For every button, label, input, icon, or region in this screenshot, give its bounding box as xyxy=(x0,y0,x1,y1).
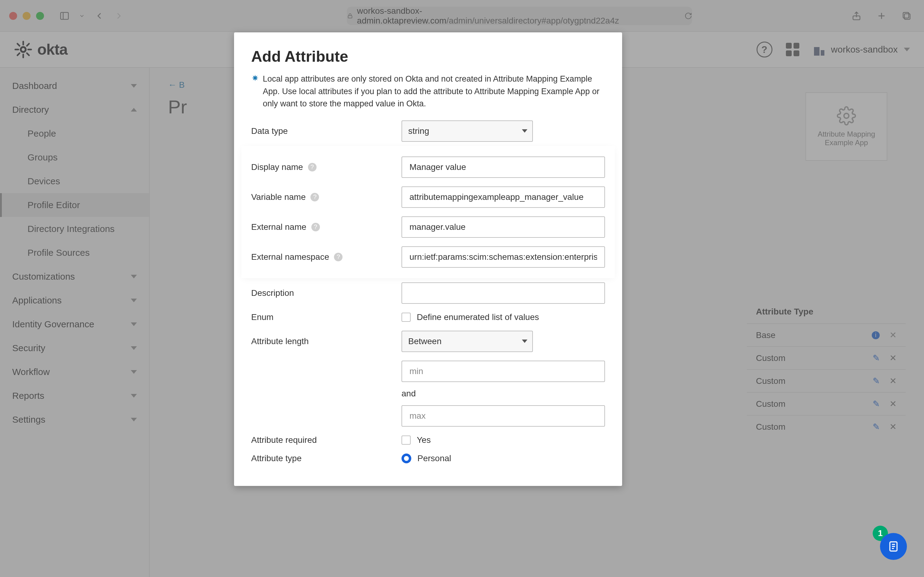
row-external-namespace: External namespace? xyxy=(243,242,613,272)
label-enum: Enum xyxy=(251,312,401,322)
label-attribute-required: Attribute required xyxy=(251,435,401,445)
row-max xyxy=(251,401,605,431)
input-variable-name[interactable] xyxy=(401,187,605,208)
row-min xyxy=(251,356,605,386)
label-and: and xyxy=(401,389,416,398)
row-display-name: Display name? xyxy=(243,152,613,182)
radio-personal[interactable] xyxy=(401,453,411,463)
input-display-name[interactable] xyxy=(401,156,605,178)
input-min[interactable] xyxy=(401,361,605,382)
help-icon[interactable]: ? xyxy=(334,253,343,261)
label-external-namespace: External namespace? xyxy=(251,252,401,262)
row-attribute-type: Attribute type Personal xyxy=(251,449,605,467)
label-attribute-type: Attribute type xyxy=(251,453,401,463)
label-variable-name: Variable name? xyxy=(251,192,401,202)
add-attribute-modal: Add Attribute Local app attributes are o… xyxy=(234,32,622,486)
modal-note: Local app attributes are only stored on … xyxy=(251,73,605,110)
row-enum: Enum Define enumerated list of values xyxy=(251,308,605,326)
label-data-type: Data type xyxy=(251,126,401,136)
row-and: and xyxy=(251,386,605,401)
input-external-namespace[interactable] xyxy=(401,246,605,268)
chevron-down-icon xyxy=(522,129,527,133)
input-max[interactable] xyxy=(401,405,605,427)
checkbox-required-label: Yes xyxy=(417,435,431,445)
row-variable-name: Variable name? xyxy=(243,182,613,212)
chevron-down-icon xyxy=(522,340,527,343)
row-external-name: External name? xyxy=(243,212,613,242)
radio-personal-label: Personal xyxy=(417,453,451,463)
checkbox-enum-label: Define enumerated list of values xyxy=(417,312,539,322)
label-description: Description xyxy=(251,288,401,298)
help-icon[interactable]: ? xyxy=(311,223,320,231)
row-data-type: Data type string xyxy=(251,116,605,146)
help-float-button[interactable] xyxy=(880,533,907,560)
checkbox-enum[interactable] xyxy=(401,313,410,322)
select-attribute-length[interactable]: Between xyxy=(401,331,533,352)
document-icon xyxy=(887,540,900,553)
input-external-name[interactable] xyxy=(401,216,605,238)
label-attribute-length: Attribute length xyxy=(251,337,401,346)
highlighted-fields: Display name? Variable name? External na… xyxy=(243,147,613,277)
row-attribute-length: Attribute length Between xyxy=(251,326,605,356)
asterisk-icon xyxy=(251,74,259,82)
label-display-name: Display name? xyxy=(251,162,401,172)
row-attribute-required: Attribute required Yes xyxy=(251,431,605,449)
label-external-name: External name? xyxy=(251,222,401,232)
select-data-type[interactable]: string xyxy=(401,121,533,142)
row-description: Description xyxy=(251,278,605,308)
help-icon[interactable]: ? xyxy=(311,193,319,201)
input-description[interactable] xyxy=(401,282,605,304)
checkbox-required[interactable] xyxy=(401,435,410,445)
help-icon[interactable]: ? xyxy=(308,163,317,171)
modal-title: Add Attribute xyxy=(251,48,605,65)
